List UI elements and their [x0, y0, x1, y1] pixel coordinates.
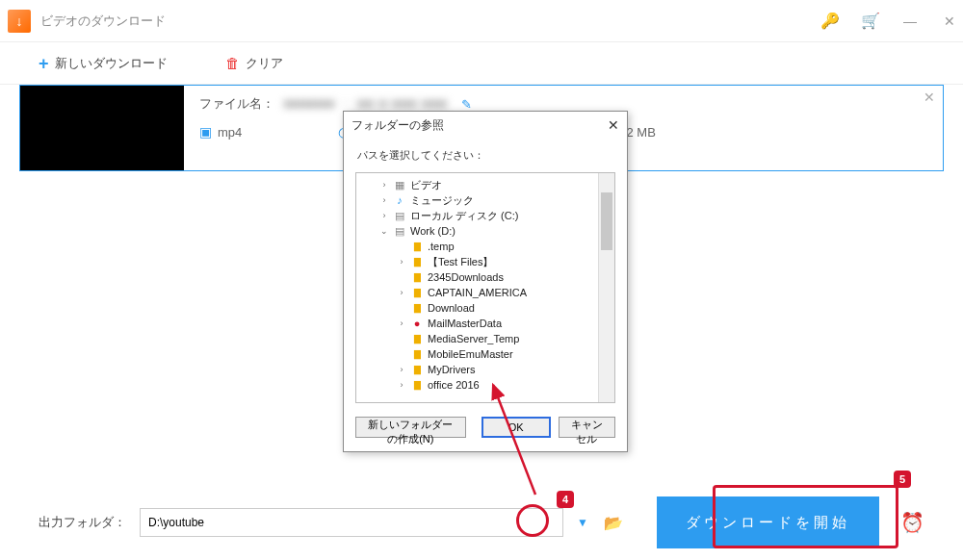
app-title: ビデオのダウンロード	[40, 13, 820, 30]
folder-icon: ▇	[410, 334, 424, 344]
new-download-label: 新しいダウンロード	[55, 55, 168, 72]
tree-node[interactable]: ›▇【Test Files】	[356, 254, 614, 269]
expand-icon[interactable]: ›	[397, 365, 406, 374]
folder-icon: ▇	[410, 288, 424, 297]
app-logo-icon: ↓	[8, 10, 31, 33]
tree-node[interactable]: ▇2345Downloads	[356, 269, 614, 285]
remove-item-icon[interactable]: ✕	[924, 89, 935, 105]
format-icon: ▣	[199, 124, 212, 140]
folder-icon: ▇	[410, 349, 424, 359]
tree-node[interactable]: ▇MediaServer_Temp	[356, 331, 614, 346]
tree-node[interactable]: ▇.temp	[356, 239, 614, 254]
cancel-button[interactable]: キャンセル	[559, 417, 615, 438]
tree-node-label: 【Test Files】	[428, 255, 493, 269]
folder-icon: ▦	[393, 179, 406, 191]
bottom-bar: 出力フォルダ： ▼ 📂 ダウンロードを開始 ⏰	[0, 496, 963, 548]
plus-icon: +	[39, 55, 49, 72]
edit-filename-icon[interactable]: ✎	[461, 97, 472, 112]
tree-node-label: ビデオ	[410, 178, 442, 192]
dialog-close-icon[interactable]: ✕	[608, 117, 619, 133]
expand-icon[interactable]: ›	[397, 380, 406, 390]
dialog-scrollbar[interactable]	[598, 173, 614, 402]
folder-browse-dialog: フォルダーの参照 ✕ パスを選択してください： ›▦ビデオ›♪ミュージック›▤ロ…	[343, 111, 628, 452]
tree-node-label: MailMasterData	[428, 318, 502, 329]
new-folder-button[interactable]: 新しいフォルダーの作成(N)	[355, 417, 466, 438]
folder-icon: ♪	[393, 194, 406, 206]
toolbar: + 新しいダウンロード 🗑 クリア	[0, 42, 963, 85]
minimize-button[interactable]: —	[903, 13, 917, 29]
annotation-badge-5: 5	[894, 471, 911, 488]
dialog-title: フォルダーの参照	[351, 117, 444, 134]
folder-icon: ▇	[410, 272, 424, 282]
tree-node-label: MyDrivers	[428, 364, 476, 375]
browse-folder-icon[interactable]: 📂	[602, 511, 625, 534]
tree-node[interactable]: ›●MailMasterData	[356, 316, 614, 331]
start-download-button[interactable]: ダウンロードを開始	[657, 496, 879, 548]
tree-node[interactable]: ›▦ビデオ	[356, 177, 614, 192]
tree-node-label: Work (D:)	[410, 225, 455, 237]
expand-icon[interactable]: ⌄	[379, 226, 389, 236]
tree-node[interactable]: ›▇MyDrivers	[356, 362, 614, 377]
expand-icon[interactable]: ›	[397, 288, 406, 297]
folder-tree[interactable]: ›▦ビデオ›♪ミュージック›▤ローカル ディスク (C:)⌄▤Work (D:)…	[356, 173, 614, 396]
output-folder-label: 出力フォルダ：	[39, 514, 126, 531]
path-dropdown-icon[interactable]: ▼	[571, 511, 594, 534]
tree-node-label: 2345Downloads	[428, 271, 504, 283]
folder-icon: ▇	[410, 303, 424, 313]
filename-label: ファイル名：	[199, 95, 274, 113]
expand-icon[interactable]: ›	[397, 257, 406, 267]
expand-icon[interactable]: ›	[379, 211, 389, 220]
output-path-input[interactable]	[140, 508, 563, 537]
clear-button[interactable]: 🗑 クリア	[225, 55, 283, 72]
trash-icon: 🗑	[225, 55, 240, 71]
tree-node[interactable]: ›▤ローカル ディスク (C:)	[356, 208, 614, 223]
folder-icon: ▇	[410, 257, 424, 267]
tree-node[interactable]: ▇MobileEmuMaster	[356, 346, 614, 362]
tree-node[interactable]: ›♪ミュージック	[356, 192, 614, 208]
new-download-button[interactable]: + 新しいダウンロード	[39, 55, 168, 72]
tree-node-label: ローカル ディスク (C:)	[410, 209, 518, 223]
tree-node-label: .temp	[428, 241, 455, 252]
expand-icon[interactable]: ›	[397, 318, 406, 328]
clear-label: クリア	[246, 55, 283, 72]
schedule-icon[interactable]: ⏰	[900, 511, 924, 534]
folder-icon: ●	[410, 318, 424, 329]
folder-icon: ▇	[410, 365, 424, 374]
video-thumbnail	[20, 86, 184, 170]
tree-node-label: MediaServer_Temp	[428, 333, 519, 344]
tree-node[interactable]: ⌄▤Work (D:)	[356, 223, 614, 239]
ok-button[interactable]: OK	[482, 417, 551, 438]
expand-icon[interactable]: ›	[379, 195, 389, 205]
key-icon[interactable]: 🔑	[820, 12, 840, 30]
folder-icon: ▤	[393, 210, 406, 222]
tree-node-label: ミュージック	[410, 193, 474, 208]
tree-node[interactable]: ›▇CAPTAIN_AMERICA	[356, 285, 614, 300]
folder-icon: ▇	[410, 380, 424, 390]
expand-icon[interactable]: ›	[379, 180, 389, 190]
close-button[interactable]: ✕	[944, 13, 955, 29]
folder-icon: ▤	[393, 225, 406, 238]
tree-node[interactable]: ▇Download	[356, 300, 614, 316]
dialog-instruction: パスを選択してください：	[344, 139, 627, 168]
tree-node[interactable]: ›▇office 2016	[356, 377, 614, 393]
cart-icon[interactable]: 🛒	[861, 12, 880, 30]
tree-node-label: office 2016	[428, 379, 480, 391]
format-value: mp4	[218, 125, 242, 140]
folder-icon: ▇	[410, 242, 424, 251]
tree-node-label: CAPTAIN_AMERICA	[428, 287, 527, 298]
tree-node-label: Download	[428, 302, 475, 314]
titlebar: ↓ ビデオのダウンロード 🔑 🛒 — ✕	[0, 0, 963, 42]
tree-node-label: MobileEmuMaster	[428, 348, 513, 360]
